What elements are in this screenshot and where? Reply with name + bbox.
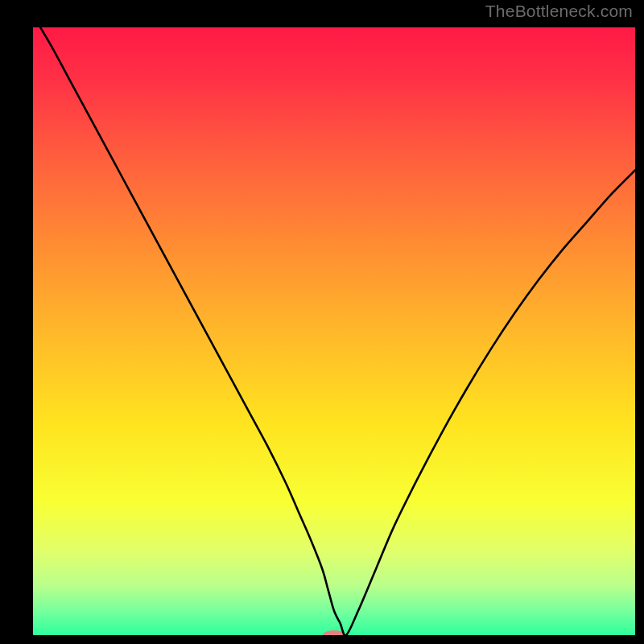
plot-area xyxy=(33,27,635,635)
chart-svg xyxy=(33,27,635,635)
chart-frame xyxy=(9,9,635,635)
watermark-text: TheBottleneck.com xyxy=(485,2,633,21)
gradient-background xyxy=(33,27,635,635)
